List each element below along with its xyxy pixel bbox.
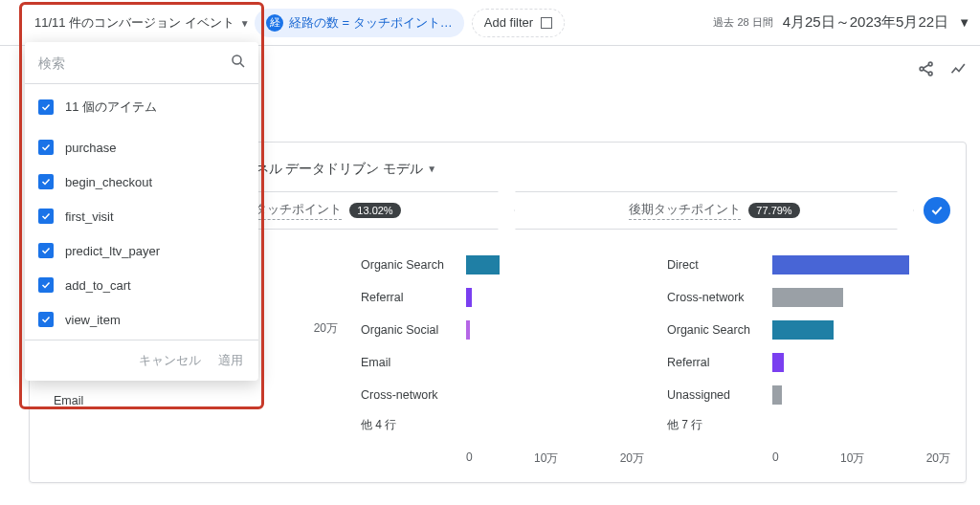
stage-complete-check-icon[interactable]: [924, 197, 950, 224]
conversion-event-dropdown: 11/11 件のコンバージョン イベント ▼ 11 個のアイテム purchas…: [25, 6, 259, 381]
date-range-prefix: 過去 28 日間: [713, 15, 772, 30]
checkbox-checked-icon[interactable]: [38, 99, 54, 115]
conversion-event-trigger[interactable]: 11/11 件のコンバージョン イベント ▼: [25, 6, 259, 40]
row-label: Organic Search: [361, 258, 466, 272]
bar: [466, 320, 470, 340]
axis-tick: 0: [772, 450, 779, 467]
chevron-down-icon: ▼: [240, 18, 250, 29]
list-item[interactable]: predict_ltv_payer: [25, 233, 258, 268]
svg-point-0: [920, 67, 924, 71]
table-row: Direct: [667, 249, 950, 281]
chart-column-mid: Organic SearchReferralOrganic SocialEmai…: [361, 249, 644, 467]
item-label: purchase: [65, 141, 116, 155]
checkbox-checked-icon[interactable]: [38, 174, 54, 189]
list-item[interactable]: view_item: [25, 302, 258, 337]
axis-tick: 0: [466, 450, 473, 467]
add-filter-button[interactable]: Add filter: [472, 9, 565, 37]
filter-count-badge: 経: [266, 14, 283, 32]
table-row: Email: [361, 346, 644, 379]
axis-tick: 10万: [840, 450, 864, 467]
list-item[interactable]: begin_checkout: [25, 165, 258, 199]
row-label: Organic Search: [667, 323, 772, 337]
bar: [466, 288, 472, 307]
row-label: Direct: [667, 258, 772, 272]
path-count-filter-pill[interactable]: 経 経路の数 = タッチポイント…: [255, 9, 464, 37]
row-label: Referral: [667, 356, 772, 369]
item-label: add_to_cart: [65, 278, 131, 293]
list-item[interactable]: add_to_cart: [25, 268, 258, 302]
dropdown-list[interactable]: 11 個のアイテム purchasebegin_checkoutfirst_vi…: [25, 84, 258, 340]
chevron-down-icon: ▼: [958, 15, 970, 30]
dropdown-actions: キャンセル 適用: [25, 340, 258, 381]
checkbox-checked-icon[interactable]: [38, 277, 54, 293]
checkbox-checked-icon[interactable]: [38, 209, 54, 224]
search-icon[interactable]: [230, 53, 247, 73]
apply-button[interactable]: 適用: [218, 352, 243, 369]
svg-line-4: [240, 63, 244, 67]
dropdown-search: [25, 42, 258, 84]
bar: [772, 353, 784, 372]
svg-point-1: [928, 62, 932, 66]
insights-icon[interactable]: [949, 59, 969, 81]
table-row: Cross-network: [667, 281, 950, 314]
item-label: view_item: [65, 313, 121, 327]
partial-row-label: Email: [54, 394, 83, 407]
table-row: Cross-network: [361, 379, 644, 411]
item-label: begin_checkout: [65, 175, 152, 189]
x-axis: 010万20万: [667, 450, 950, 467]
checkbox-checked-icon[interactable]: [38, 312, 54, 327]
row-label: Cross-network: [667, 291, 772, 304]
svg-point-2: [928, 72, 932, 76]
svg-point-3: [233, 55, 241, 64]
axis-tick: 20万: [314, 320, 338, 337]
more-rows-label[interactable]: 他 7 行: [667, 417, 950, 433]
row-label: Referral: [361, 291, 466, 304]
checkbox-checked-icon[interactable]: [38, 140, 54, 155]
checkbox-checked-icon[interactable]: [38, 243, 54, 258]
item-label: 11 個のアイテム: [65, 99, 157, 116]
dropdown-items-container: purchasebegin_checkoutfirst_visitpredict…: [25, 130, 258, 340]
card-action-icons: [917, 59, 969, 81]
list-item[interactable]: first_visit: [25, 199, 258, 233]
list-item[interactable]: purchase: [25, 130, 258, 165]
table-row: Organic Social: [361, 314, 644, 346]
dropdown-panel: 11 個のアイテム purchasebegin_checkoutfirst_vi…: [25, 42, 258, 381]
bar: [772, 385, 782, 405]
item-label: predict_ltv_payer: [65, 244, 160, 258]
add-filter-icon: [541, 17, 552, 29]
date-range-picker[interactable]: 過去 28 日間 4月25日～2023年5月22日 ▼: [713, 13, 970, 32]
chart-column-late: DirectCross-networkOrganic SearchReferra…: [667, 249, 950, 467]
item-label: first_visit: [65, 209, 114, 224]
touchpoint-stage-late[interactable]: 後期タッチポイント 77.79%: [515, 191, 914, 230]
table-row: Referral: [667, 346, 950, 379]
row-label: Unassigned: [667, 388, 772, 402]
bar: [772, 288, 843, 307]
table-row: Organic Search: [361, 249, 644, 281]
row-label: Organic Social: [361, 323, 466, 337]
table-row: Referral: [361, 281, 644, 314]
date-range-value: 4月25日～2023年5月22日: [783, 13, 948, 32]
more-rows-label[interactable]: 他 4 行: [361, 417, 644, 433]
table-row: Organic Search: [667, 314, 950, 346]
bar: [772, 255, 909, 274]
bar: [772, 320, 834, 340]
axis-tick: 10万: [534, 450, 558, 467]
table-row: Unassigned: [667, 379, 950, 411]
add-filter-label: Add filter: [484, 15, 533, 30]
x-axis: 010万20万: [361, 450, 644, 467]
search-input[interactable]: [36, 55, 230, 72]
axis-tick: 20万: [620, 450, 644, 467]
row-label: Email: [361, 356, 466, 369]
filter-label: 経路の数 = タッチポイント…: [289, 14, 453, 32]
select-all-item[interactable]: 11 個のアイテム: [25, 84, 258, 130]
chevron-down-icon: ▼: [427, 164, 436, 174]
axis-tick: 20万: [926, 450, 950, 467]
share-icon[interactable]: [917, 59, 936, 81]
trigger-label: 11/11 件のコンバージョン イベント: [34, 14, 234, 32]
bar: [466, 255, 500, 274]
cancel-button[interactable]: キャンセル: [139, 352, 201, 369]
row-label: Cross-network: [361, 388, 466, 402]
